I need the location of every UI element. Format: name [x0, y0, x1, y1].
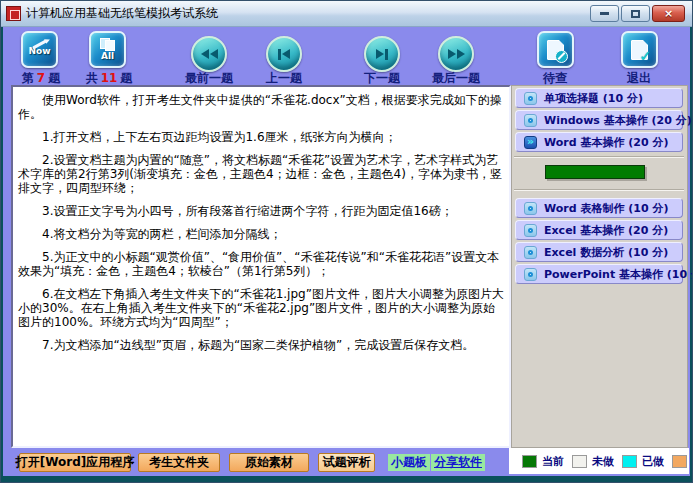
- question-analysis-button[interactable]: 试题评析: [318, 453, 375, 472]
- section-radio-icon: [524, 114, 537, 127]
- source-material-button[interactable]: 原始素材: [229, 453, 309, 472]
- all-questions-button[interactable]: All: [89, 31, 126, 68]
- document-check-icon: ✓: [631, 40, 648, 60]
- open-word-app-button[interactable]: 打开[Word]应用程序: [19, 453, 131, 472]
- window-title: 计算机应用基础无纸笔模拟考试系统: [26, 5, 218, 22]
- minimize-button[interactable]: [590, 5, 619, 22]
- previous-question-button[interactable]: [266, 36, 302, 72]
- section-radio-icon: [524, 246, 537, 259]
- question-step: 2.设置文档主题为内置的“随意”，将文档标题“禾雀花”设置为艺术字，艺术字样式为…: [18, 153, 504, 195]
- question-step: 4.将文档分为等宽的两栏，栏间添加分隔线；: [18, 227, 504, 241]
- legend-review-swatch: [672, 455, 687, 468]
- sidebar-item-excel-analysis[interactable]: Excel 数据分析 (10 分): [515, 242, 683, 262]
- window-controls: ×: [590, 5, 687, 22]
- legend-done-label: 已做: [642, 454, 664, 469]
- section-label: Excel 基本操作 (20 分): [544, 223, 668, 238]
- counter-prefix: 第: [22, 71, 34, 85]
- status-legend: 当前 未做 已做 待查: [509, 448, 689, 474]
- question-intro: 使用Word软件，打开考生文件夹中提供的“禾雀花.docx”文档，根据要求完成如…: [18, 93, 504, 121]
- app-icon: [6, 6, 21, 21]
- documents-icon: [100, 38, 115, 51]
- section-radio-icon: [524, 202, 537, 215]
- next-question-icon: [376, 49, 384, 59]
- sidebar-item-single-choice[interactable]: 单项选择题 (10 分): [515, 88, 683, 108]
- section-label: Windows 基本操作 (20 分): [544, 113, 692, 128]
- current-question-button[interactable]: Now: [21, 31, 58, 68]
- legend-notdone-swatch: [572, 455, 587, 468]
- student-folder-button[interactable]: 考生文件夹: [138, 453, 220, 472]
- sidebar-item-powerpoint-basics[interactable]: PowerPoint 基本操作 (10 分): [515, 264, 683, 284]
- current-section-icon: »: [524, 136, 537, 149]
- section-sidebar: 单项选择题 (10 分) Windows 基本操作 (20 分) » Word …: [511, 85, 688, 448]
- legend-notdone-label: 未做: [592, 454, 614, 469]
- section-label: Word 表格制作 (10 分): [544, 201, 668, 216]
- question-step: 6.在文档左下角插入考生文件夹下的“禾雀花1.jpg”图片文件，图片大小调整为原…: [18, 287, 504, 329]
- last-question-icon: [448, 49, 456, 59]
- restore-icon: [631, 10, 640, 18]
- counter-suffix: 题: [120, 71, 132, 85]
- section-label: PowerPoint 基本操作 (10 分): [544, 267, 693, 282]
- first-question-icon: [201, 49, 209, 59]
- question-step: 1.打开文档，上下左右页边距均设置为1.6厘米，纸张方向为横向；: [18, 130, 504, 144]
- section-progress-bar: [545, 165, 645, 179]
- share-software-link[interactable]: 分享软件: [431, 454, 485, 471]
- now-caption: Now: [28, 47, 50, 56]
- restore-button[interactable]: [621, 5, 650, 22]
- question-text: 使用Word软件，打开考生文件夹中提供的“禾雀花.docx”文档，根据要求完成如…: [18, 93, 504, 352]
- question-step: 7.为文档添加“边线型”页眉，标题为“国家二类保护植物”，完成设置后保存文档。: [18, 338, 504, 352]
- divider: [514, 189, 684, 191]
- question-board-link[interactable]: 小题板: [388, 454, 430, 471]
- document-slash-icon: [547, 40, 564, 60]
- section-radio-icon: [524, 268, 537, 281]
- previous-question-icon: [278, 49, 281, 60]
- sidebar-item-word-tables[interactable]: Word 表格制作 (10 分): [515, 198, 683, 218]
- mark-for-review-button[interactable]: [537, 31, 574, 68]
- all-caption: All: [101, 52, 114, 61]
- divider: [514, 156, 684, 158]
- sidebar-item-windows-basics[interactable]: Windows 基本操作 (20 分): [515, 110, 683, 130]
- first-question-button[interactable]: [191, 36, 227, 72]
- section-label: Excel 数据分析 (10 分): [544, 245, 668, 260]
- legend-current-swatch: [522, 455, 537, 468]
- close-button[interactable]: ×: [652, 5, 685, 22]
- section-label: Word 基本操作 (20 分): [544, 135, 668, 150]
- minimize-icon: [600, 12, 609, 15]
- exam-app-window: 计算机应用基础无纸笔模拟考试系统 × Now 第7题 All 共11题: [0, 0, 693, 483]
- title-bar: 计算机应用基础无纸笔模拟考试系统 ×: [1, 1, 692, 27]
- window-frame: Now 第7题 All 共11题 最前一题 上一题 下: [1, 27, 692, 482]
- legend-done-swatch: [622, 455, 637, 468]
- toolbar: Now 第7题 All 共11题 最前一题 上一题 下: [3, 27, 690, 85]
- question-panel: 使用Word软件，打开考生文件夹中提供的“禾雀花.docx”文档，根据要求完成如…: [11, 85, 511, 448]
- close-icon: ×: [664, 8, 673, 19]
- last-question-button[interactable]: [438, 36, 474, 72]
- sidebar-item-excel-basics[interactable]: Excel 基本操作 (20 分): [515, 220, 683, 240]
- total-question-number: 11: [98, 71, 121, 85]
- counter-suffix: 题: [48, 71, 60, 85]
- section-radio-icon: [524, 92, 537, 105]
- sidebar-item-word-basics[interactable]: » Word 基本操作 (20 分): [515, 132, 683, 152]
- current-question-number: 7: [34, 71, 48, 85]
- question-step: 5.为正文中的小标题“观赏价值”、“食用价值”、“禾雀花传说”和“禾雀花花语”设…: [18, 250, 504, 278]
- exit-button[interactable]: ✓: [621, 31, 658, 68]
- counter-prefix: 共: [86, 71, 98, 85]
- legend-current-label: 当前: [542, 454, 564, 469]
- section-label: 单项选择题 (10 分): [544, 91, 643, 106]
- next-question-button[interactable]: [364, 36, 400, 72]
- section-radio-icon: [524, 224, 537, 237]
- question-step: 3.设置正文字号为小四号，所有段落首行缩进两个字符，行距为固定值16磅；: [18, 204, 504, 218]
